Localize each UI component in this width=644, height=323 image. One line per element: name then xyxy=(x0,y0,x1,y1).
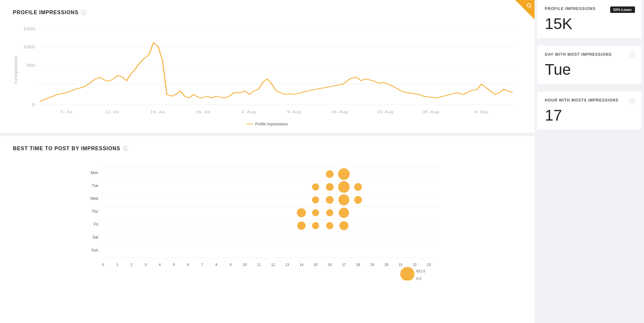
svg-text:12. Jul: 12. Jul xyxy=(105,110,119,114)
svg-text:26. Jul: 26. Jul xyxy=(196,110,210,114)
svg-point-77 xyxy=(326,222,333,229)
svg-point-63 xyxy=(312,183,319,191)
svg-text:12: 12 xyxy=(271,263,275,267)
bubble-chart-svg: Mon Tue Wed Thu Fri Sat Sun 0 1 2 xyxy=(13,158,522,280)
svg-point-68 xyxy=(326,196,334,204)
svg-point-66 xyxy=(354,183,362,191)
svg-text:7: 7 xyxy=(201,263,203,267)
bubble-chart-container: Mon Tue Wed Thu Fri Sat Sun 0 1 2 xyxy=(13,158,522,282)
svg-point-62 xyxy=(338,168,350,180)
svg-text:Thu: Thu xyxy=(91,209,98,214)
svg-text:Sun: Sun xyxy=(91,248,98,252)
svg-point-76 xyxy=(312,222,319,229)
svg-point-75 xyxy=(297,221,306,230)
svg-point-78 xyxy=(339,221,348,230)
svg-text:0: 0 xyxy=(102,263,104,267)
profile-impressions-section: PROFILE IMPRESSIONS i 1500 1000 500 xyxy=(0,0,535,133)
svg-text:14: 14 xyxy=(299,263,303,267)
svg-text:Fri: Fri xyxy=(94,222,98,227)
svg-text:13: 13 xyxy=(285,263,289,267)
sidebar: PROFILE IMPRESSIONS 15K 50% Lower DAY WI… xyxy=(535,0,644,323)
svg-text:2: 2 xyxy=(130,263,132,267)
svg-text:11: 11 xyxy=(257,263,261,267)
svg-text:23: 23 xyxy=(427,263,431,267)
info-icon[interactable]: i xyxy=(81,10,86,15)
sidebar-spacer-2 xyxy=(535,86,644,89)
svg-point-81 xyxy=(406,278,409,280)
svg-line-1 xyxy=(530,6,531,7)
svg-text:23. Aug: 23. Aug xyxy=(377,110,393,114)
chart-legend: Profile impressions xyxy=(13,122,522,126)
svg-text:500: 500 xyxy=(26,63,35,68)
sidebar-day-title: DAY WITH MOST IMPRESSIONS xyxy=(545,52,634,57)
svg-text:0: 0 xyxy=(32,103,35,107)
svg-text:22: 22 xyxy=(413,263,417,267)
svg-text:30. Aug: 30. Aug xyxy=(422,110,439,114)
svg-text:3: 3 xyxy=(145,263,147,267)
settings-icon-1[interactable] xyxy=(629,52,635,58)
section-divider xyxy=(0,133,535,136)
svg-text:9. Aug: 9. Aug xyxy=(287,110,301,114)
svg-text:2. Aug: 2. Aug xyxy=(242,110,255,114)
best-time-section: BEST TIME TO POST BY IMPRESSIONS i Mon T… xyxy=(0,136,535,291)
best-time-title: BEST TIME TO POST BY IMPRESSIONS i xyxy=(13,146,522,152)
svg-text:6: 6 xyxy=(187,263,189,267)
sidebar-hour-title: HOUR WITH MOSTS IMPRESSIONS xyxy=(545,98,634,103)
sidebar-card-day-most: DAY WITH MOST IMPRESSIONS Tue xyxy=(537,46,641,84)
info-icon-2[interactable]: i xyxy=(123,146,128,151)
svg-text:17: 17 xyxy=(342,263,346,267)
svg-point-64 xyxy=(326,183,334,191)
svg-text:6. Sep: 6. Sep xyxy=(474,110,488,114)
svg-text:0.0: 0.0 xyxy=(416,277,421,280)
svg-text:1000: 1000 xyxy=(23,45,35,49)
svg-text:20: 20 xyxy=(384,263,388,267)
svg-point-72 xyxy=(312,209,319,216)
svg-text:16: 16 xyxy=(328,263,332,267)
legend-line xyxy=(247,124,253,124)
sidebar-spacer-1 xyxy=(535,41,644,43)
svg-text:1500: 1500 xyxy=(23,26,35,31)
profile-impressions-chart: 1500 1000 500 0 # of impressions 5. Jul … xyxy=(13,22,522,119)
svg-text:15: 15 xyxy=(314,263,317,267)
svg-text:# of impressions: # of impressions xyxy=(13,56,18,84)
svg-text:4: 4 xyxy=(159,263,161,267)
svg-text:19: 19 xyxy=(370,263,374,267)
sidebar-card-profile-impressions: PROFILE IMPRESSIONS 15K 50% Lower xyxy=(537,0,641,38)
sidebar-card-hour-most: HOUR WITH MOSTS IMPRESSIONS 17 xyxy=(537,92,641,130)
svg-point-83 xyxy=(632,55,633,56)
sidebar-profile-value: 15K xyxy=(545,16,634,32)
svg-text:16. Aug: 16. Aug xyxy=(331,110,348,114)
sidebar-bottom-spacer xyxy=(535,132,644,323)
sidebar-day-value: Tue xyxy=(545,62,634,77)
svg-point-67 xyxy=(312,196,319,203)
line-chart-svg: 1500 1000 500 0 # of impressions 5. Jul … xyxy=(13,22,522,119)
svg-text:19. Jul: 19. Jul xyxy=(150,110,165,114)
svg-point-61 xyxy=(326,170,334,178)
svg-text:Tue: Tue xyxy=(92,183,99,188)
svg-text:10: 10 xyxy=(243,263,247,267)
lower-badge: 50% Lower xyxy=(610,6,635,13)
svg-point-0 xyxy=(527,4,531,7)
svg-point-65 xyxy=(338,181,350,193)
svg-point-73 xyxy=(326,209,333,216)
settings-icon-2[interactable] xyxy=(629,98,635,104)
svg-point-69 xyxy=(338,194,349,205)
svg-text:18: 18 xyxy=(356,263,360,267)
svg-point-71 xyxy=(297,208,306,217)
svg-text:Wed: Wed xyxy=(90,196,98,201)
profile-impressions-title: PROFILE IMPRESSIONS i xyxy=(13,10,522,15)
svg-text:9: 9 xyxy=(230,263,232,267)
svg-text:8: 8 xyxy=(215,263,217,267)
svg-point-84 xyxy=(632,101,633,102)
svg-point-70 xyxy=(354,196,362,204)
svg-point-74 xyxy=(339,208,349,218)
svg-text:Sat: Sat xyxy=(92,235,99,240)
svg-text:621.0: 621.0 xyxy=(416,269,425,273)
svg-text:5. Jul: 5. Jul xyxy=(61,110,72,114)
svg-text:1: 1 xyxy=(116,263,118,267)
svg-text:5: 5 xyxy=(173,263,175,267)
sidebar-hour-value: 17 xyxy=(545,108,634,123)
svg-text:21: 21 xyxy=(399,263,402,267)
search-icon[interactable] xyxy=(526,3,532,8)
main-content: PROFILE IMPRESSIONS i 1500 1000 500 xyxy=(0,0,535,323)
